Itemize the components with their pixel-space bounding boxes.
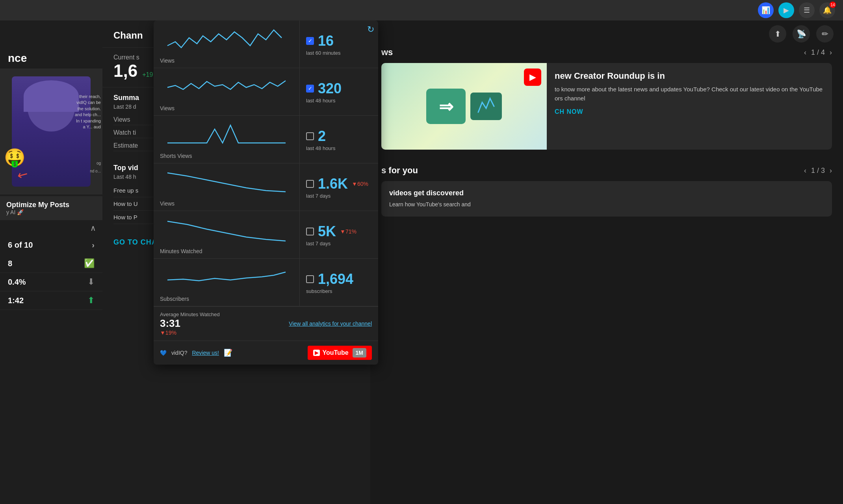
news-card: ▶ ⇒ new Creator Roundup is in to know mo… xyxy=(381,63,832,150)
edit-btn[interactable]: ✏ xyxy=(816,25,834,43)
checkbox-5[interactable] xyxy=(306,275,314,283)
yt-card-icon: ▶ xyxy=(524,69,541,86)
chart-label-4: Minutes Watched xyxy=(160,248,293,254)
notification-badge: 14 xyxy=(830,2,836,8)
creator-desc: their reach, vidIQ can be the solution. … xyxy=(71,92,102,132)
news-nav: ‹ 1 / 4 › xyxy=(804,48,832,57)
avg-change: ▼19% xyxy=(160,330,220,336)
news-pagination: 1 / 4 xyxy=(811,48,825,57)
vid-title-1: How to U xyxy=(113,200,138,207)
sparkline-1 xyxy=(160,74,293,101)
upload-icon: ⬆ xyxy=(774,29,781,39)
down-icon-1: ⬇ xyxy=(87,277,95,287)
sparkline-2 xyxy=(160,121,293,149)
big-num-5: 1,694 xyxy=(318,271,353,287)
sparkline-5 xyxy=(160,264,293,292)
stats-value-0: 8 xyxy=(8,259,12,268)
discover-pagination: 1 / 3 xyxy=(811,167,825,175)
checkbox-0[interactable]: ✓ xyxy=(306,37,314,45)
news-text-title: new Creator Roundup is in xyxy=(555,71,824,81)
post-title: Optimize My Posts xyxy=(6,201,96,209)
news-next[interactable]: › xyxy=(830,48,832,57)
checkbox-row-5: 1,694 xyxy=(306,271,372,287)
main-area: nce 🤑 ↙ their reach, vidIQ can be the so… xyxy=(0,20,843,504)
review-link[interactable]: Review us! xyxy=(192,350,219,356)
play-icon-btn[interactable]: ▶ xyxy=(778,2,794,18)
stat-label-views: Views xyxy=(113,116,130,123)
browser-icons: 📊 ▶ ☰ 🔔 14 xyxy=(758,2,835,18)
value-area-0: ✓ 16 last 60 minutes xyxy=(299,20,378,68)
yt-section: 💙 vidIQ? Review us! 📝 ▶ YouTube 1M xyxy=(154,341,378,365)
broadcast-btn[interactable]: 📡 xyxy=(793,25,810,43)
stats-item-2: 1:42 ⬆ xyxy=(0,291,102,310)
chart-icon: 📊 xyxy=(761,6,770,15)
time-label-2: last 48 hours xyxy=(306,145,372,151)
post-subtitle: y AI 🚀 xyxy=(6,209,96,215)
news-text: new Creator Roundup is in to know more a… xyxy=(547,63,832,150)
news-prev[interactable]: ‹ xyxy=(804,48,806,57)
news-img-icon-2 xyxy=(470,93,502,120)
dropdown-overlay: ↻ Views ✓ 16 last 60 minutes xyxy=(154,20,378,365)
value-area-3: 1.6K ▼60% last 7 days xyxy=(299,163,378,211)
collapse-btn[interactable]: ∧ xyxy=(0,220,102,236)
chart-icon-btn[interactable]: 📊 xyxy=(758,2,774,18)
news-text-body: to know more about the latest news and u… xyxy=(555,85,824,103)
check-icon-0: ✅ xyxy=(84,258,95,269)
discover-nav: ‹ 1 / 3 › xyxy=(804,167,832,175)
big-num-4: 5K xyxy=(318,223,336,240)
checkbox-2[interactable] xyxy=(306,132,314,140)
dropdown-row-2: Shorts Views 2 last 48 hours xyxy=(154,116,378,163)
checkbox-3[interactable] xyxy=(306,180,314,188)
sparkline-3 xyxy=(160,169,293,196)
money-emoji: 🤑 xyxy=(4,147,26,168)
browser-bar: 📊 ▶ ☰ 🔔 14 xyxy=(0,0,843,20)
heart-icon: 💙 xyxy=(160,350,167,356)
news-title: ws xyxy=(381,47,393,57)
chart-label-5: Subscribers xyxy=(160,296,293,302)
view-all-link[interactable]: View all analytics for your channel xyxy=(289,321,372,327)
change-4: ▼71% xyxy=(340,228,357,235)
menu-icon-btn[interactable]: ☰ xyxy=(799,2,815,18)
upload-btn[interactable]: ⬆ xyxy=(769,25,786,43)
time-label-3: last 7 days xyxy=(306,193,372,199)
discover-title: s for you xyxy=(381,165,418,176)
checkbox-4[interactable] xyxy=(306,228,314,235)
discover-prev[interactable]: ‹ xyxy=(804,167,806,175)
news-section: ws ‹ 1 / 4 › ▶ ⇒ xyxy=(370,47,843,158)
channel-header-text: Chann xyxy=(113,30,143,41)
pagination-arrow[interactable]: › xyxy=(92,241,95,250)
value-area-1: ✓ 320 last 48 hours xyxy=(299,68,378,115)
big-num-2: 2 xyxy=(318,128,326,145)
bell-icon-btn[interactable]: 🔔 14 xyxy=(819,2,835,18)
checkbox-row-0: ✓ 16 xyxy=(306,33,372,49)
yt-label: YouTube xyxy=(322,349,348,356)
find-out-label: nd o... xyxy=(71,167,102,175)
checkbox-1[interactable]: ✓ xyxy=(306,85,314,93)
discover-card-body: Learn how YouTube's search and xyxy=(389,200,824,209)
youtube-button[interactable]: ▶ YouTube 1M xyxy=(308,346,372,360)
dropdown-footer: Average Minutes Watched 3:31 ▼19% View a… xyxy=(154,306,378,341)
dropdown-row-3: Views 1.6K ▼60% last 7 days xyxy=(154,163,378,211)
vidiq-text: vidIQ? xyxy=(171,350,187,356)
vid-title-0: Free up s xyxy=(113,187,138,194)
post-card: Optimize My Posts y AI 🚀 xyxy=(0,196,102,220)
avg-minutes-section: Average Minutes Watched 3:31 ▼19% xyxy=(160,311,220,336)
chart-area-4: Minutes Watched xyxy=(154,211,299,258)
sparkline-4 xyxy=(160,217,293,244)
stats-value-1: 0.4% xyxy=(8,278,26,287)
value-area-2: 2 last 48 hours xyxy=(299,116,378,163)
big-num-1: 320 xyxy=(318,80,342,97)
discover-title-group: s for you xyxy=(381,165,418,176)
discover-next[interactable]: › xyxy=(830,167,832,175)
news-cta[interactable]: CH NOW xyxy=(555,108,824,115)
avg-minutes-value: 3:31 xyxy=(160,317,220,330)
dropdown-row-5: Subscribers 1,694 subscribers xyxy=(154,259,378,306)
broadcast-icon: 📡 xyxy=(797,29,806,39)
chart-label-0: Views xyxy=(160,57,293,64)
dropdown-row-1: Views ✓ 320 last 48 hours xyxy=(154,68,378,116)
stats-item-0: 8 ✅ xyxy=(0,254,102,273)
pagination-row: 6 of 10 › xyxy=(0,236,102,254)
channel-label: nce xyxy=(0,20,102,69)
refresh-btn[interactable]: ↻ xyxy=(367,24,374,35)
pagination-label: 6 of 10 xyxy=(8,241,92,250)
